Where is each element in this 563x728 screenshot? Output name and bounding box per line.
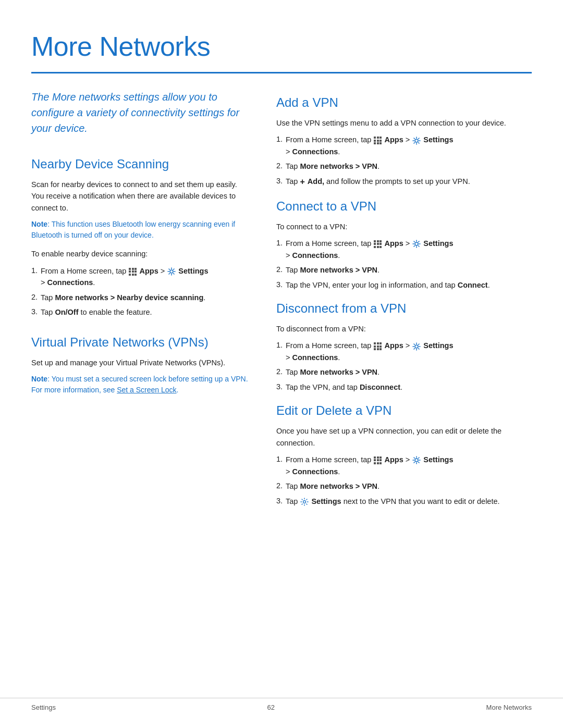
settings-icon — [412, 137, 421, 145]
nearby-body: Scan for nearby devices to connect to an… — [31, 179, 250, 214]
connect-vpn-step-3: 3. Tap the VPN, enter your log in inform… — [276, 279, 532, 291]
add-vpn-step-2: 2. Tap More networks > VPN. — [276, 161, 532, 172]
nearby-heading: Nearby Device Scanning — [31, 155, 250, 174]
step-text: From a Home screen, tap Apps > — [286, 340, 453, 363]
disconnect-vpn-heading: Disconnect from a VPN — [276, 299, 532, 318]
bold: Disconnect — [360, 383, 400, 391]
note-colon: : This function uses Bluetooth low energ… — [31, 220, 235, 239]
settings-icon — [412, 240, 421, 248]
add-vpn-step-1: 1. From a Home screen, tap Apps > — [276, 134, 532, 157]
gear-icon — [300, 498, 309, 506]
svg-point-2 — [415, 242, 418, 245]
edit-vpn-section: Edit or Delete a VPN Once you have set u… — [276, 401, 532, 507]
settings-bold: Settings — [178, 267, 208, 275]
apps-icon — [374, 456, 382, 464]
step-num: 1. — [276, 454, 286, 477]
connect-vpn-step-1: 1. From a Home screen, tap Apps > — [276, 238, 532, 261]
bold: More networks > VPN — [300, 266, 377, 274]
add-vpn-step-3: 3. Tap + Add, and follow the prompts to … — [276, 176, 532, 189]
step-text: Tap More networks > Nearby device scanni… — [41, 292, 205, 303]
intro-text: The More networks settings allow you to … — [31, 89, 250, 136]
bold: Settings — [311, 497, 341, 505]
settings-bold: Settings — [423, 239, 453, 248]
screen-lock-link[interactable]: Set a Screen Lock — [117, 386, 176, 394]
step-num: 3. — [276, 496, 286, 507]
apps-bold: Apps — [384, 455, 403, 464]
page-container: More Networks The More networks settings… — [0, 0, 563, 557]
step-text: Tap Settings next to the VPN that you wa… — [286, 496, 500, 507]
connect-vpn-section: Connect to a VPN To connect to a VPN: 1.… — [276, 197, 532, 291]
step-num: 1. — [276, 238, 286, 261]
step3-bold: On/Off — [55, 308, 78, 316]
step-num: 3. — [31, 306, 41, 318]
step-text: From a Home screen, tap Apps > — [286, 454, 453, 477]
nearby-step-1: 1. From a Home screen, tap Apps > — [31, 265, 250, 289]
nearby-step-2: 2. Tap More networks > Nearby device sca… — [31, 292, 250, 303]
step2-bold: More networks > Nearby device scanning — [55, 293, 203, 302]
apps-icon — [129, 268, 137, 276]
connect-vpn-heading: Connect to a VPN — [276, 197, 532, 216]
settings-bold: Settings — [423, 341, 453, 350]
apps-icon — [374, 137, 382, 144]
step-text: From a Home screen, tap Apps > — [41, 265, 208, 289]
bold: More networks > VPN — [300, 368, 377, 376]
step-num: 3. — [276, 279, 286, 291]
apps-bold: Apps — [384, 239, 403, 248]
step-num: 2. — [31, 292, 41, 303]
edit-vpn-step-2: 2. Tap More networks > VPN. — [276, 480, 532, 492]
step-num: 3. — [276, 176, 286, 189]
disconnect-vpn-step-1: 1. From a Home screen, tap Apps > — [276, 340, 532, 363]
apps-bold: Apps — [139, 267, 158, 275]
disconnect-vpn-step-3: 3. Tap the VPN, and tap Disconnect. — [276, 381, 532, 393]
settings-bold: Settings — [423, 135, 453, 144]
step-text: From a Home screen, tap Apps > — [286, 238, 453, 261]
nearby-enable-text: To enable nearby device scanning: — [31, 248, 250, 260]
step-num: 1. — [276, 134, 286, 157]
bold: Add, — [308, 177, 324, 186]
connections-bold: Connections — [47, 278, 93, 287]
svg-point-3 — [415, 345, 418, 348]
footer-left: Settings — [31, 702, 56, 713]
step-text: Tap More networks > VPN. — [286, 161, 380, 172]
connect-vpn-body: To connect to a VPN: — [276, 221, 532, 232]
connections-bold: Connections — [292, 467, 338, 476]
disconnect-vpn-body: To disconnect from a VPN: — [276, 323, 532, 335]
vpn-section: Virtual Private Networks (VPNs) Set up a… — [31, 333, 250, 396]
step-text: From a Home screen, tap Apps > — [286, 134, 453, 157]
settings-icon — [412, 342, 421, 351]
vpn-note-end: . — [177, 386, 179, 394]
step-num: 1. — [276, 340, 286, 363]
svg-point-5 — [303, 500, 306, 503]
bold: More networks > VPN — [300, 482, 377, 490]
nearby-step-3: 3. Tap On/Off to enable the feature. — [31, 306, 250, 318]
step-text: Tap + Add, and follow the prompts to set… — [286, 176, 470, 189]
svg-point-4 — [415, 459, 418, 462]
vpn-note: Note: You must set a secured screen lock… — [31, 374, 250, 396]
right-column: Add a VPN Use the VPN settings menu to a… — [276, 89, 532, 515]
settings-icon — [167, 267, 176, 276]
svg-point-1 — [415, 139, 418, 142]
step-text: Tap the VPN, and tap Disconnect. — [286, 381, 402, 393]
note-label: Note — [31, 220, 47, 228]
page-title: More Networks — [31, 26, 532, 67]
nearby-device-section: Nearby Device Scanning Scan for nearby d… — [31, 155, 250, 318]
footer-right: More Networks — [486, 702, 532, 713]
two-column-layout: The More networks settings allow you to … — [31, 89, 532, 515]
title-divider — [31, 72, 532, 73]
settings-bold: Settings — [423, 455, 453, 464]
bold: More networks > VPN — [300, 162, 377, 170]
edit-vpn-step-1: 1. From a Home screen, tap Apps > — [276, 454, 532, 477]
step-num: 2. — [276, 480, 286, 492]
footer-center: 62 — [267, 702, 275, 713]
apps-bold: Apps — [384, 341, 403, 350]
step-num: 2. — [276, 264, 286, 276]
apps-bold: Apps — [384, 135, 403, 144]
settings-icon — [412, 456, 421, 464]
vpn-heading: Virtual Private Networks (VPNs) — [31, 333, 250, 352]
connections-bold: Connections — [292, 353, 338, 362]
edit-vpn-step-3: 3. Tap Settings next to the VPN that you… — [276, 496, 532, 507]
plus-icon: + — [300, 176, 304, 189]
vpn-body: Set up and manage your Virtual Private N… — [31, 357, 250, 368]
step-text: Tap On/Off to enable the feature. — [41, 306, 152, 318]
step-text: Tap More networks > VPN. — [286, 264, 380, 276]
